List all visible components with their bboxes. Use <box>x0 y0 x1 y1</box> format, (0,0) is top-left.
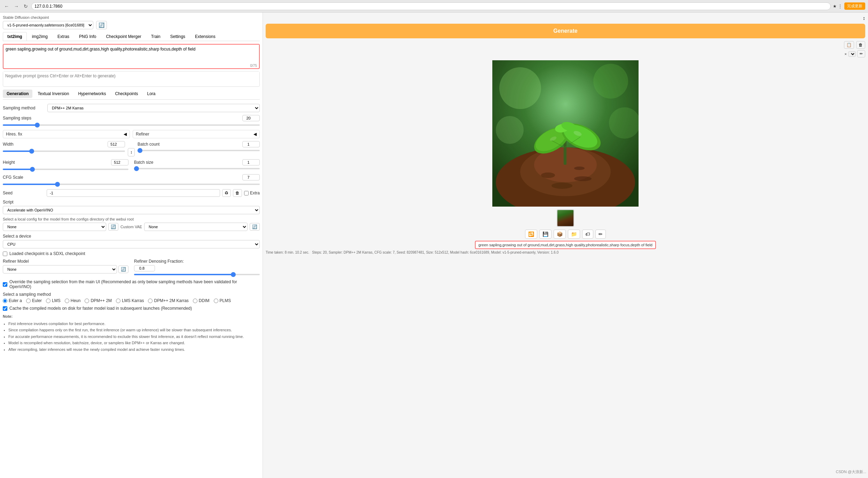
swap-dimensions-btn[interactable]: ↕ <box>128 148 135 156</box>
batch-count-slider[interactable] <box>138 150 260 151</box>
url-bar[interactable] <box>31 2 831 10</box>
width-label: Width <box>3 142 14 147</box>
select-sampling-label: Select a sampling method <box>3 292 260 297</box>
cfg-scale-slider[interactable] <box>3 184 260 185</box>
more-btn[interactable]: ✏ <box>595 230 606 239</box>
tab-img2img[interactable]: img2img <box>28 32 52 41</box>
generated-image-svg <box>492 60 639 207</box>
tab-settings[interactable]: Settings <box>166 32 190 41</box>
radio-dpm2m-karras[interactable] <box>148 299 153 303</box>
gen-tab-textual[interactable]: Textual Inversion <box>34 90 73 98</box>
forward-btn[interactable]: → <box>13 3 20 10</box>
extra-checkbox[interactable] <box>244 191 249 195</box>
script-select[interactable]: Accelerate with OpenVINO <box>3 206 260 214</box>
note-item-3: For accurate performance measurements, i… <box>8 334 260 340</box>
menu-icon[interactable]: ⋮ <box>838 4 842 9</box>
batch-count-value[interactable] <box>242 141 260 147</box>
sampling-radio-group: Euler a Euler LMS Heun DPM++ 2M LMS Karr… <box>3 298 260 303</box>
zip-btn[interactable]: 📦 <box>554 230 566 239</box>
tag-btn[interactable]: 🏷 <box>582 230 593 239</box>
delete-btn[interactable]: 🗑 <box>856 41 865 49</box>
checkpoint-select[interactable]: v1-5-pruned-emaonly.safetensors [6ce0168… <box>3 21 93 29</box>
local-config-refresh-btn[interactable]: 🔄 <box>108 223 118 231</box>
batch-size-value[interactable] <box>242 159 260 165</box>
tab-txt2img[interactable]: txt2img <box>3 32 27 41</box>
cache-checkbox[interactable] <box>3 306 7 311</box>
tab-extensions[interactable]: Extensions <box>190 32 220 41</box>
sampling-steps-slider[interactable] <box>3 124 260 126</box>
checkpoint-refresh-btn[interactable]: 🔄 <box>96 21 107 29</box>
radio-lms-karras[interactable] <box>116 299 120 303</box>
gen-tab-lora[interactable]: Lora <box>143 90 159 98</box>
style-x-label: × <box>845 52 847 56</box>
generate-btn[interactable]: Generate <box>266 24 865 38</box>
note-section: Note: First inference involves compilati… <box>3 314 260 352</box>
star-icon[interactable]: ★ <box>833 4 837 9</box>
result-time: Time taken: 8 min. 10.2 sec. <box>266 250 309 254</box>
svg-point-2 <box>593 64 628 99</box>
svg-point-10 <box>552 183 572 189</box>
refiner-model-refresh-btn[interactable]: 🔄 <box>118 265 128 273</box>
note-item-5: After recompiling, later inferences will… <box>8 347 260 353</box>
sampling-method-select[interactable]: DPM++ 2M Karras <box>47 104 260 112</box>
refiner-model-select[interactable]: None <box>3 265 117 273</box>
right-panel: ↕ Generate 📋 🗑 × ✏ <box>263 13 868 478</box>
refiner-toggle-btn[interactable]: ◀ <box>253 132 257 137</box>
height-batchsize-section: Height Batch size <box>3 159 260 171</box>
checkpoint-label: Stable Diffusion checkpoint <box>3 15 260 20</box>
gen-tab-checkpoints[interactable]: Checkpoints <box>111 90 142 98</box>
send-to-img2img-btn[interactable]: 🔁 <box>525 230 537 239</box>
config-section: Select a local config for the model from… <box>3 217 260 231</box>
override-sampling-checkbox[interactable] <box>3 282 7 287</box>
gen-tab-bar: Generation Textual Inversion Hypernetwor… <box>3 90 260 100</box>
tab-png-info[interactable]: PNG Info <box>75 32 101 41</box>
csdn-watermark: CSDN @大浪新... <box>836 469 866 475</box>
reload-btn[interactable]: ↻ <box>22 3 29 10</box>
folder-btn[interactable]: 📁 <box>568 230 580 239</box>
radio-ddim[interactable] <box>193 299 197 303</box>
height-value[interactable] <box>111 159 128 165</box>
cfg-scale-value[interactable] <box>242 174 260 180</box>
style-select[interactable] <box>848 51 856 57</box>
gen-tab-hypernetworks[interactable]: Hypernetworks <box>74 90 110 98</box>
tab-extras[interactable]: Extras <box>53 32 74 41</box>
custom-vae-select[interactable]: None <box>144 223 248 231</box>
copy-btn[interactable]: 📋 <box>844 41 854 49</box>
radio-lms[interactable] <box>46 299 50 303</box>
back-btn[interactable]: ← <box>3 3 10 10</box>
radio-plms[interactable] <box>214 299 218 303</box>
radio-dpm2m[interactable] <box>85 299 89 303</box>
gen-tab-generation[interactable]: Generation <box>3 90 32 98</box>
width-value[interactable] <box>108 141 125 147</box>
loaded-checkpoint-checkbox[interactable] <box>3 252 7 256</box>
tab-checkpoint-merger[interactable]: Checkpoint Merger <box>101 32 146 41</box>
batch-size-slider[interactable] <box>134 168 260 169</box>
tab-train[interactable]: Train <box>147 32 165 41</box>
result-info: Steps: 20, Sampler: DPM++ 2M Karras, CFG… <box>312 250 558 254</box>
device-select[interactable]: CPU <box>3 240 260 248</box>
style-edit-btn[interactable]: ✏ <box>857 50 865 57</box>
neg-prompt-input[interactable] <box>3 71 259 85</box>
local-config-select[interactable]: None <box>3 223 106 231</box>
override-sampling-label: Override the sampling selection from the… <box>9 279 260 289</box>
sampling-steps-value[interactable] <box>242 115 260 121</box>
width-slider[interactable] <box>3 151 125 152</box>
refiner-fraction-value[interactable] <box>134 265 155 271</box>
radio-euler-a[interactable] <box>3 299 7 303</box>
thumbnail-1[interactable] <box>557 209 574 227</box>
refiner-fraction-slider[interactable] <box>134 274 260 275</box>
seed-delete-btn[interactable]: 🗑 <box>233 189 242 197</box>
seed-recycle-btn[interactable]: ♻ <box>222 189 231 197</box>
seed-input[interactable] <box>47 189 220 197</box>
hires-toggle-btn[interactable]: ◀ <box>124 132 127 137</box>
radio-heun[interactable] <box>65 299 69 303</box>
collapse-right-btn[interactable]: ↕ <box>863 15 865 21</box>
save-btn[interactable]: 💾 <box>539 230 552 239</box>
radio-euler[interactable] <box>26 299 31 303</box>
prompt-input[interactable]: green sapling,growing out of ground,mud,… <box>3 45 259 62</box>
height-slider[interactable] <box>3 169 128 170</box>
custom-vae-refresh-btn[interactable]: 🔄 <box>250 223 260 231</box>
device-section: Select a device CPU <box>3 234 260 248</box>
svg-point-9 <box>574 176 592 181</box>
complete-update-btn[interactable]: 完成更新 <box>844 2 865 10</box>
